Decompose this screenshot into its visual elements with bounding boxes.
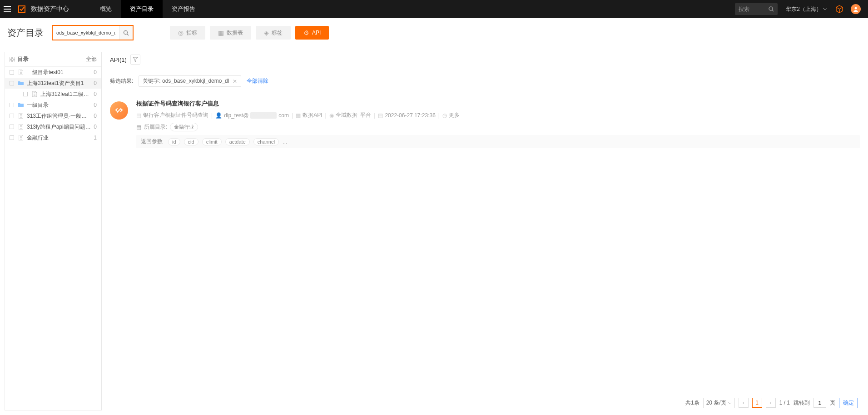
meta-owner: 👤dip_test@xxxxxxxxxcom — [215, 112, 289, 119]
meta-scope: ◉全域数据_平台 — [329, 111, 372, 119]
checkbox-icon[interactable] — [10, 125, 14, 129]
sidebar-item-count: 0 — [91, 113, 97, 119]
param-tag: channel — [253, 138, 279, 145]
catalog-search-button[interactable] — [119, 26, 133, 40]
filter-chip-text: 关键字: ods_base_xykbkjl_demo_dl — [143, 77, 229, 85]
topbar-left: 数据资产中心 概览 资产目录 资产报告 — [0, 0, 204, 18]
jump-input[interactable] — [813, 398, 826, 408]
filter-row: 筛选结果: 关键字: ods_base_xykbkjl_demo_dl ✕ 全部… — [106, 73, 863, 95]
doc-icon — [31, 91, 38, 97]
filter-api[interactable]: ⚙API — [295, 26, 329, 40]
hamburger-icon[interactable] — [0, 0, 15, 18]
svg-point-1 — [855, 7, 857, 10]
sidebar-item-6[interactable]: 金融行业1 — [5, 132, 101, 143]
scope-icon: ◉ — [329, 112, 334, 119]
param-tag: cid — [184, 138, 198, 145]
catalog-search-box — [52, 25, 134, 40]
param-label: 返回参数 — [141, 138, 163, 145]
tab-report[interactable]: 资产报告 — [163, 0, 204, 18]
tab-overview[interactable]: 概览 — [91, 0, 121, 18]
sidebar-title: 目录 — [18, 55, 86, 63]
folder-icon — [18, 81, 24, 85]
tab-catalog[interactable]: 资产目录 — [121, 0, 163, 18]
sidebar-item-5[interactable]: 313ly跨租户api编目问题_导入0 — [5, 121, 101, 132]
filter-table[interactable]: ▦数据表 — [210, 26, 251, 40]
catalog-search-input[interactable] — [53, 26, 119, 40]
region-select[interactable]: 华东2（上海） — [786, 5, 827, 13]
checkbox-icon[interactable] — [10, 135, 14, 140]
clear-all-link[interactable]: 全部清除 — [247, 77, 268, 85]
params-more: ... — [283, 139, 287, 145]
result-count: API(1) — [110, 56, 127, 63]
result-catalog-row: ▤ 所属目录: 金融行业 — [136, 123, 860, 131]
sidebar-item-4[interactable]: 313工作组管理员-一般租户0 — [5, 110, 101, 121]
filter-label: 标签 — [272, 29, 283, 37]
filter-tag[interactable]: ◈标签 — [256, 26, 291, 40]
doc-icon — [18, 124, 24, 130]
sidebar-all-link[interactable]: 全部 — [86, 55, 97, 63]
page-size-select[interactable]: 20 条/页 — [703, 398, 735, 408]
filter-result-label: 筛选结果: — [110, 77, 133, 85]
cube-icon[interactable] — [835, 5, 843, 13]
sidebar-item-0[interactable]: 一级目录test010 — [5, 67, 101, 78]
topbar-right: 搜索 华东2（上海） — [735, 0, 864, 18]
filter-label: 指标 — [186, 29, 197, 37]
region-label: 华东2（上海） — [786, 5, 822, 13]
subheader: 资产目录 ◎指标 ▦数据表 ◈标签 ⚙API — [0, 18, 868, 47]
checkbox-icon[interactable] — [10, 70, 14, 75]
remove-chip-button[interactable]: ✕ — [233, 78, 237, 85]
meta-more[interactable]: ◷更多 — [442, 111, 460, 119]
checkbox-icon[interactable] — [10, 103, 14, 107]
pager: 共1条 20 条/页 ‹ 1 › 1 / 1 跳转到 页 确定 — [106, 395, 863, 410]
type-icon: ▦ — [296, 112, 301, 119]
sidebar-item-2[interactable]: 上海312feat1二级类目0 — [5, 89, 101, 100]
next-page-button[interactable]: › — [766, 398, 776, 408]
filter-button[interactable] — [130, 55, 140, 65]
app-logo-icon — [16, 4, 27, 15]
meta-time: ▤2022-06-27 17:23:36 — [378, 112, 435, 119]
prev-page-button[interactable]: ‹ — [739, 398, 749, 408]
sidebar-item-count: 0 — [91, 102, 97, 108]
result-meta-row: ▤银行客户根据证件号码查询 | 👤dip_test@xxxxxxxxxcom |… — [136, 111, 860, 119]
user-avatar[interactable] — [851, 4, 861, 14]
search-icon — [123, 30, 129, 36]
sidebar-item-label: 金融行业 — [27, 134, 91, 142]
sidebar-item-count: 0 — [91, 80, 97, 86]
checkbox-icon[interactable] — [23, 92, 28, 96]
filter-indicator[interactable]: ◎指标 — [170, 26, 205, 40]
table-icon: ▦ — [218, 29, 224, 36]
search-icon — [769, 6, 774, 12]
page-range: 1 / 1 — [779, 400, 790, 406]
funnel-icon — [133, 57, 138, 62]
user-icon: 👤 — [215, 112, 222, 119]
sidebar-item-1[interactable]: 上海312feat1资产类目10 — [5, 78, 101, 89]
page-1-button[interactable]: 1 — [752, 398, 762, 408]
global-search[interactable]: 搜索 — [735, 3, 778, 15]
app-title: 数据资产中心 — [31, 5, 69, 13]
filter-label: API — [312, 30, 321, 36]
sidebar-item-label: 313工作组管理员-一般租户 — [27, 112, 91, 120]
main: API(1) 筛选结果: 关键字: ods_base_xykbkjl_demo_… — [106, 52, 863, 410]
doc-icon: ▤ — [136, 112, 141, 119]
sidebar-item-label: 一级目录test01 — [27, 69, 91, 76]
sidebar-item-label: 313ly跨租户api编目问题_导入 — [27, 123, 91, 131]
sidebar-item-count: 0 — [91, 124, 97, 130]
sidebar-item-count: 0 — [91, 69, 97, 75]
chevron-down-icon — [823, 8, 827, 10]
sidebar: 目录 全部 一级目录test010上海312feat1资产类目10上海312fe… — [5, 52, 102, 410]
indicator-icon: ◎ — [178, 29, 184, 36]
catalog-tag[interactable]: 金融行业 — [170, 123, 198, 131]
result-body: 根据证件号码查询银行客户信息 ▤银行客户根据证件号码查询 | 👤dip_test… — [136, 100, 860, 148]
type-filters: ◎指标 ▦数据表 ◈标签 ⚙API — [170, 26, 329, 40]
svg-point-2 — [124, 30, 128, 34]
catalog-label: 所属目录: — [144, 123, 167, 131]
doc-icon — [18, 70, 24, 75]
sidebar-item-label: 上海312feat1资产类目1 — [27, 80, 91, 87]
result-title[interactable]: 根据证件号码查询银行客户信息 — [136, 100, 860, 108]
jump-ok-button[interactable]: 确定 — [839, 398, 858, 408]
sidebar-item-3[interactable]: 一级目录0 — [5, 100, 101, 110]
filter-label: 数据表 — [227, 29, 243, 37]
checkbox-icon[interactable] — [10, 81, 14, 85]
folder-icon — [18, 103, 24, 107]
checkbox-icon[interactable] — [10, 114, 14, 118]
